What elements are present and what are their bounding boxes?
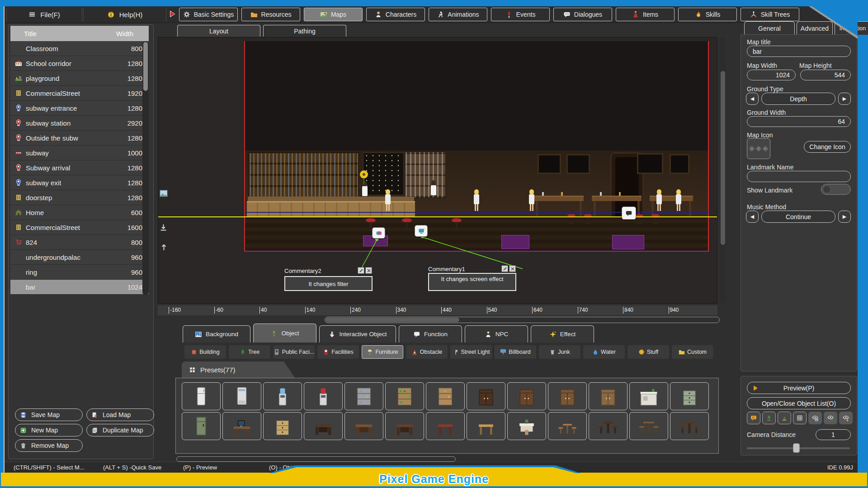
category-tab-tree[interactable]: Tree [229, 345, 270, 359]
object-tab-function[interactable]: Function [399, 325, 462, 343]
preset-item-kitchen-cabinet[interactable] [589, 382, 627, 410]
commentary1-close-button[interactable] [509, 265, 516, 272]
preset-item-writing-desk[interactable] [385, 412, 424, 440]
map-height-input[interactable] [800, 70, 851, 80]
map-list-row[interactable]: subway entrance1280 [10, 101, 149, 116]
category-tab-building[interactable]: Building [184, 345, 226, 359]
map-list-row[interactable]: subway exit1280 [10, 175, 149, 190]
map-list-scrollbar[interactable] [142, 41, 149, 295]
save-map-button[interactable]: Save Map [15, 408, 83, 421]
change-icon-button[interactable]: Change Icon [804, 141, 851, 153]
view-tab-pathing[interactable]: Pathing [263, 25, 346, 37]
music-method-next-button[interactable]: ▶ [838, 211, 851, 223]
object-tab-effect[interactable]: Effect [531, 325, 594, 343]
remove-map-button[interactable]: Remove Map [15, 439, 83, 452]
commentary2-close-button[interactable] [365, 267, 372, 274]
canvas-vertical-scrollbar[interactable] [720, 37, 726, 304]
show-landmark-toggle[interactable] [821, 184, 851, 195]
object-tab-interactive-object[interactable]: Interactive Object [319, 325, 396, 343]
background-layer-icon[interactable] [160, 189, 168, 197]
ground-type-value[interactable]: Depth [761, 93, 835, 105]
map-icon-preview[interactable] [747, 138, 770, 159]
category-tab-furniture[interactable]: Furniture [362, 345, 403, 359]
music-method-prev-button[interactable]: ◀ [746, 211, 759, 223]
map-list-row[interactable]: Home600 [10, 205, 149, 220]
preset-item-bar-table-2[interactable] [629, 412, 668, 440]
show-npcs-button[interactable] [839, 412, 853, 424]
map-list-row[interactable]: Outside the subw1280 [10, 131, 149, 145]
map-list-row[interactable]: undergroundpalac960 [10, 250, 149, 265]
filter-event-marker[interactable] [372, 227, 385, 239]
top-tab-characters[interactable]: Characters [366, 8, 425, 21]
preset-item-kitchen-counter[interactable] [629, 382, 668, 410]
commentary2-box[interactable]: It changes filter [284, 276, 373, 291]
tab-general[interactable]: General [744, 21, 795, 35]
toggle-grid-button[interactable] [793, 412, 807, 424]
ground-type-prev-button[interactable]: ◀ [746, 93, 759, 105]
play-icon[interactable] [168, 10, 176, 18]
tab-advanced[interactable]: Advanced [797, 21, 833, 35]
commentary2-edit-button[interactable] [358, 267, 364, 274]
preset-item-dark-cupboard[interactable] [467, 382, 505, 410]
ground-width-input[interactable] [747, 116, 851, 127]
category-tab-street-light[interactable]: Street Light [450, 345, 492, 359]
screen-effect-event-marker[interactable] [415, 225, 428, 237]
preset-item-bar-table-1[interactable] [589, 412, 627, 440]
show-background-button[interactable] [808, 412, 822, 424]
map-list-row[interactable]: ring960 [10, 265, 149, 280]
map-list-row[interactable]: CommercialStreet1920 [10, 86, 149, 101]
map-list-row[interactable]: subway station2920 [10, 116, 149, 131]
toggle-plants-button[interactable] [778, 412, 791, 424]
category-tab-water[interactable]: Water [583, 345, 625, 359]
category-tab-facilities[interactable]: Facilities [317, 345, 359, 359]
map-list-row[interactable]: playground1280 [10, 71, 149, 86]
category-tab-junk[interactable]: Junk [539, 345, 580, 359]
toggle-objects-button[interactable] [762, 412, 776, 424]
preset-item-storage-cabinet[interactable] [548, 382, 587, 410]
help-menu[interactable]: Help(H) [83, 8, 166, 21]
map-list-row[interactable]: School corridor1280 [10, 56, 149, 71]
map-list-row[interactable]: Classroom800 [10, 41, 149, 56]
map-list-row[interactable]: CommercialStreet1600 [10, 220, 149, 235]
canvas-horizontal-scrollbar[interactable] [325, 317, 720, 323]
preset-item-air-conditioner[interactable] [222, 382, 261, 410]
map-title-input[interactable] [747, 46, 851, 57]
dialogue-event-marker[interactable] [622, 206, 636, 220]
duplicate-map-button[interactable]: Duplicate Map [86, 424, 154, 436]
canvas-hscroll-thumb[interactable] [326, 318, 459, 322]
preview-button[interactable]: Preview(P) [747, 382, 851, 394]
map-list-scrollbar-thumb[interactable] [143, 42, 148, 91]
toggle-comments-button[interactable] [747, 412, 760, 424]
preset-item-display-shelf[interactable] [344, 382, 383, 410]
category-tab-public-faci-[interactable]: Public Faci... [273, 345, 315, 359]
preset-item-office-desk[interactable] [344, 412, 383, 440]
top-tab-dialogues[interactable]: Dialogues [553, 8, 612, 21]
object-list-button[interactable]: Open/Close Object List(O) [747, 397, 851, 409]
ground-anchor-icon[interactable] [159, 223, 168, 232]
preset-item-computer-desk[interactable] [222, 412, 261, 440]
preset-item-table-and-stools[interactable] [548, 412, 587, 440]
raise-layer-icon[interactable] [160, 243, 168, 251]
preset-item-red-table[interactable] [426, 412, 465, 440]
top-tab-maps[interactable]: Maps [304, 8, 363, 21]
top-tab-skills[interactable]: Skills [678, 8, 737, 21]
top-tab-animations[interactable]: Animations [429, 8, 487, 21]
category-tab-billboard[interactable]: Billboard [495, 345, 536, 359]
preset-item-green-locker[interactable] [182, 412, 221, 440]
canvas-vscroll-thumb[interactable] [721, 71, 725, 245]
preset-item-file-cabinet[interactable] [263, 412, 302, 440]
load-map-button[interactable]: Load Map [86, 408, 154, 421]
preset-item-water-dispenser[interactable] [263, 382, 302, 410]
music-method-value[interactable]: Continue [761, 211, 835, 223]
object-tab-object[interactable]: Object [253, 324, 316, 343]
top-tab-items[interactable]: Items [616, 8, 675, 21]
preset-item-plant-shelf[interactable] [385, 382, 424, 410]
presets-scrollbar[interactable] [176, 456, 456, 462]
map-list-row[interactable]: bar1024 [10, 280, 149, 295]
camera-distance-value[interactable]: 1 [816, 429, 851, 440]
preset-item-red-water-dispenser[interactable] [304, 382, 343, 410]
show-objects-button[interactable] [824, 412, 837, 424]
map-list-row[interactable]: Subway arrival1280 [10, 160, 149, 175]
preset-item-wooden-table[interactable] [467, 412, 505, 440]
view-tab-layout[interactable]: Layout [177, 25, 260, 37]
